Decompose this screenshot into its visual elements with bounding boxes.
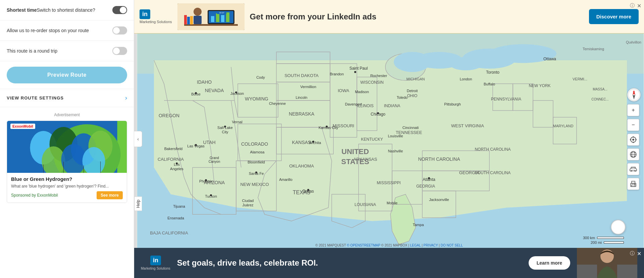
svg-text:Davenport: Davenport — [345, 102, 362, 106]
see-more-button[interactable]: See more — [97, 191, 123, 199]
top-ad-image: 10:37 — [177, 3, 245, 30]
ad-section: Advertisement ▶ ExxonMobil — [0, 107, 134, 208]
svg-point-98 — [377, 112, 379, 114]
scale-km-bar — [597, 237, 624, 239]
bottom-ad-info-icon[interactable]: ⓘ — [630, 251, 635, 257]
svg-text:Brandon: Brandon — [330, 72, 344, 76]
top-ad-close-icon[interactable]: ✕ — [637, 3, 641, 9]
svg-rect-182 — [632, 185, 635, 187]
help-button[interactable]: Help — [134, 197, 142, 211]
svg-text:OHIO: OHIO — [407, 93, 418, 98]
top-ad-info-icon[interactable]: ⓘ — [630, 3, 635, 9]
svg-point-122 — [312, 141, 314, 143]
openstreetmap-link[interactable]: © OPENSTREETMAP — [347, 244, 380, 247]
discover-more-button[interactable]: Discover more — [589, 9, 639, 24]
svg-text:Cincinnati: Cincinnati — [402, 126, 419, 130]
svg-text:Ensenada: Ensenada — [167, 216, 184, 220]
svg-text:Madison: Madison — [355, 90, 369, 94]
svg-rect-19 — [211, 16, 214, 22]
svg-text:BAJA CALIFORNIA: BAJA CALIFORNIA — [150, 230, 188, 235]
location-button[interactable] — [627, 134, 639, 146]
svg-text:MISSISSIPPI: MISSISSIPPI — [377, 181, 400, 185]
svg-point-120 — [326, 126, 328, 128]
svg-text:Toledo: Toledo — [397, 95, 408, 99]
svg-text:LOUISIANA: LOUISIANA — [355, 202, 376, 207]
svg-text:Vermillion: Vermillion — [300, 85, 316, 89]
ad-description: What are 'blue hydrogen' and 'green hydr… — [11, 184, 123, 189]
svg-point-104 — [195, 92, 197, 94]
view-route-settings-label: VIEW ROUTE SETTINGS — [7, 95, 64, 100]
svg-rect-21 — [221, 15, 224, 22]
ad-sponsor: Sponsored by ExxonMobil — [11, 193, 58, 198]
legal-link[interactable]: LEGAL — [410, 244, 421, 247]
svg-text:IDAHO: IDAHO — [197, 79, 212, 85]
svg-text:Juárez: Juárez — [242, 203, 254, 207]
svg-text:SOUTH DAKOTA: SOUTH DAKOTA — [284, 73, 319, 78]
learn-more-button[interactable]: Learn more — [529, 256, 570, 270]
svg-text:SOUTH CAROLINA: SOUTH CAROLINA — [475, 170, 511, 175]
zoom-out-button[interactable]: − — [627, 119, 639, 131]
compass-button[interactable]: N — [627, 88, 641, 101]
svg-text:UNITED: UNITED — [341, 147, 369, 156]
bottom-ad-subbrand: Marketing Solutions — [141, 267, 170, 270]
svg-text:Quévillon: Quévillon — [626, 40, 641, 44]
privacy-link[interactable]: PRIVACY — [424, 244, 438, 247]
ad-card[interactable]: ▶ ExxonMobil — [7, 121, 127, 203]
svg-text:Amarillo: Amarillo — [279, 178, 292, 182]
bottom-ad-text: Set goals, drive leads, celebrate ROI. — [177, 258, 522, 268]
feedback-button[interactable] — [611, 220, 626, 234]
round-trip-toggle[interactable] — [112, 47, 127, 55]
svg-text:Toronto: Toronto — [486, 70, 499, 75]
svg-text:GEORGIA: GEORGIA — [416, 184, 435, 189]
zoom-in-button[interactable]: + — [627, 104, 639, 116]
globe-view-button[interactable] — [627, 148, 639, 160]
reorder-stops-toggle[interactable] — [112, 26, 127, 34]
map-area[interactable]: OREGON NEVADA UTAH CALIFORNIA ARIZONA CO… — [137, 33, 644, 248]
bottom-linkedin-logo: in — [150, 256, 161, 265]
svg-text:IOWA: IOWA — [338, 88, 350, 93]
print-button[interactable] — [627, 178, 639, 190]
svg-text:Ottawa: Ottawa — [543, 57, 556, 61]
svg-rect-27 — [190, 16, 193, 24]
svg-text:MASSA...: MASSA... — [593, 87, 607, 91]
svg-text:NEW MEXICO: NEW MEXICO — [240, 182, 269, 187]
view-route-settings-row[interactable]: VIEW ROUTE SETTINGS › — [0, 89, 134, 107]
svg-text:CONNEC...: CONNEC... — [591, 97, 609, 101]
svg-text:KANSAS: KANSAS — [292, 140, 311, 145]
ad-title: Blue or Green Hydrogen? — [11, 176, 123, 182]
collapse-sidebar-button[interactable]: ‹ — [134, 131, 142, 147]
svg-text:KENTUCKY: KENTUCKY — [361, 137, 383, 142]
scale-mi-bar — [604, 241, 624, 244]
svg-text:Tampa: Tampa — [413, 223, 424, 227]
svg-text:Louisville: Louisville — [388, 134, 403, 138]
svg-point-116 — [210, 194, 212, 196]
svg-text:COLORADO: COLORADO — [241, 141, 268, 147]
svg-point-178 — [631, 170, 632, 171]
svg-text:Angeles: Angeles — [170, 167, 183, 171]
map-container[interactable]: in Marketing Solutions — [134, 0, 644, 278]
svg-text:Grand: Grand — [210, 156, 219, 160]
reorder-stops-label: Allow us to re-order stops on your route — [7, 28, 89, 33]
ad-label: Advertisement — [54, 113, 80, 117]
svg-text:N: N — [633, 90, 635, 93]
car-view-button[interactable] — [627, 163, 639, 175]
shortest-time-highlight: Shortest time — [7, 7, 37, 13]
svg-text:NEVADA: NEVADA — [205, 88, 224, 93]
map-svg: OREGON NEVADA UTAH CALIFORNIA ARIZONA CO… — [137, 33, 644, 248]
svg-text:NEW YORK: NEW YORK — [529, 83, 550, 88]
shortest-time-toggle[interactable] — [112, 6, 127, 14]
svg-text:OKLAHOMA: OKLAHOMA — [289, 163, 314, 168]
svg-text:Canyon: Canyon — [209, 160, 220, 163]
svg-text:STATES: STATES — [341, 157, 369, 166]
svg-point-124 — [235, 91, 237, 93]
svg-text:MICHIGAN: MICHIGAN — [407, 77, 425, 81]
preview-route-button[interactable]: Preview Route — [7, 67, 127, 83]
do-not-sell-link[interactable]: DO NOT SELL — [441, 244, 463, 247]
svg-text:Rochester: Rochester — [370, 74, 387, 78]
map-controls: N + − — [627, 88, 641, 190]
svg-text:Vernal: Vernal — [232, 120, 242, 124]
bottom-ad-close-icon[interactable]: ✕ — [637, 251, 641, 257]
top-ad-logo: in Marketing Solutions — [140, 9, 172, 24]
bottom-ad-logo: in Marketing Solutions — [141, 256, 170, 270]
ad-content: Blue or Green Hydrogen? What are 'blue h… — [7, 173, 127, 203]
